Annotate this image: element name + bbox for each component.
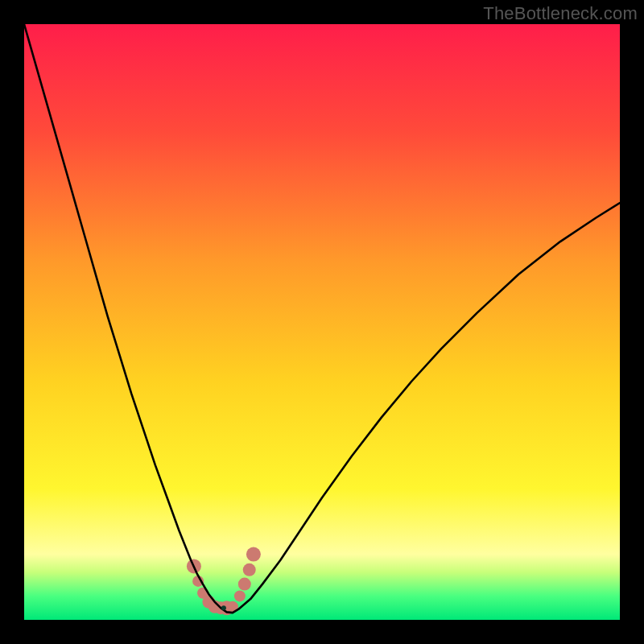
marker-dot [238,578,251,591]
gradient-background [24,24,620,620]
marker-dot [246,547,261,562]
plot-area [24,24,620,620]
marker-dot [243,564,256,576]
minimum-dot [221,605,226,610]
watermark-label: TheBottleneck.com [483,3,638,24]
chart-svg [24,24,620,620]
chart-frame: TheBottleneck.com [0,0,644,644]
marker-dot [234,590,246,601]
